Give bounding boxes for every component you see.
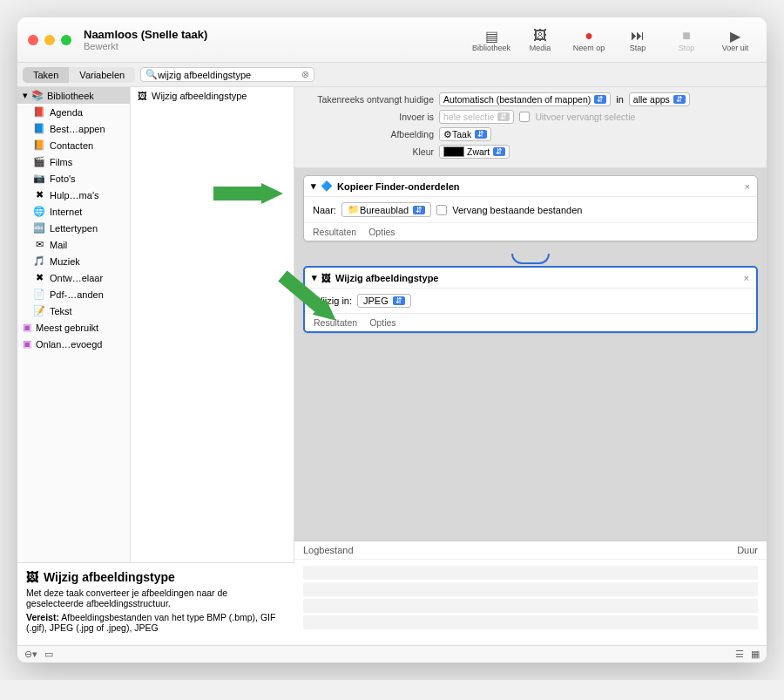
sidebar-item[interactable]: ✖Ontw…elaar: [17, 269, 130, 286]
destination-select[interactable]: 📁 Bureaublad⇵: [341, 202, 431, 217]
automator-window: Naamloos (Snelle taak) Bewerkt ▤Biblioth…: [17, 17, 767, 663]
window-subtitle: Bewerkt: [84, 41, 207, 51]
category-icon: 📷: [33, 173, 45, 184]
action-copy-finder[interactable]: ▾ 🔷 Kopieer Finder-onderdelen × Naar: 📁 …: [303, 175, 758, 241]
search-row: Taken Variabelen 🔍 ⊗: [17, 63, 767, 87]
config-input-select[interactable]: hele selectie⇵: [439, 110, 514, 124]
output-replaces-checkbox[interactable]: [519, 112, 530, 122]
workflow-config: Takenreeks ontvangt huidige Automatisch …: [294, 87, 767, 168]
sidebar-item[interactable]: ✉Mail: [17, 236, 130, 253]
stop-tool-button: ■Stop: [666, 28, 707, 52]
destination-label: Naar:: [313, 205, 336, 215]
config-image-select[interactable]: ⚙ Taak⇵: [439, 127, 491, 141]
sidebar-item[interactable]: 📙Contacten: [17, 137, 130, 153]
action-connector: [303, 254, 758, 266]
maximize-window-button[interactable]: [61, 35, 71, 45]
config-receives-label: Takenreeks ontvangt huidige: [303, 94, 434, 105]
sidebar-item[interactable]: 📄Pdf-…anden: [17, 286, 130, 302]
config-input-label: Invoer is: [303, 112, 434, 122]
sidebar-item[interactable]: 🌐Internet: [17, 203, 130, 220]
sidebar-item[interactable]: 🔤Lettertypen: [17, 220, 130, 236]
config-color-label: Kleur: [303, 146, 434, 157]
sidebar-item[interactable]: 📝Tekst: [17, 302, 130, 319]
sidebar-item[interactable]: 📕Agenda: [17, 104, 130, 120]
segment-tasks[interactable]: Taken: [23, 67, 69, 83]
step-tool-button[interactable]: ⏭Stap: [617, 28, 659, 52]
category-icon: ✖: [33, 189, 45, 200]
results-tab[interactable]: Resultaten: [313, 227, 356, 237]
sidebar-item[interactable]: 🎵Muziek: [17, 253, 130, 269]
category-icon: 🎬: [33, 156, 45, 167]
run-tool-button[interactable]: ▶Voer uit: [714, 28, 756, 52]
library-header[interactable]: ▾ 📚 Bibliotheek: [17, 87, 130, 104]
minimize-window-button[interactable]: [44, 35, 55, 45]
log-pane: Logbestand Duur: [294, 540, 767, 645]
preview-icon: 🖼: [138, 91, 147, 101]
category-icon: 🔤: [33, 222, 45, 234]
gear-menu-icon[interactable]: ⊖▾: [24, 649, 37, 660]
search-box[interactable]: 🔍 ⊗: [140, 67, 314, 82]
workflow-canvas[interactable]: ▾ 🔷 Kopieer Finder-onderdelen × Naar: 📁 …: [294, 168, 767, 540]
disclosure-icon[interactable]: ▾: [312, 272, 317, 283]
traffic-lights: [28, 35, 71, 45]
remove-action-button[interactable]: ×: [744, 273, 749, 283]
options-tab[interactable]: Opties: [369, 317, 395, 328]
category-icon: 🌐: [33, 206, 45, 217]
close-window-button[interactable]: [28, 35, 38, 45]
log-col-duration[interactable]: Duur: [737, 545, 758, 555]
media-tool-button[interactable]: 🖼Media: [519, 28, 561, 52]
format-select[interactable]: JPEG⇵: [357, 294, 411, 308]
library-tool-button[interactable]: ▤Bibliotheek: [470, 28, 512, 52]
search-icon: 🔍: [145, 69, 158, 80]
library-sidebar: ▾ 📚 Bibliotheek 📕Agenda📘Best…appen📙Conta…: [17, 87, 131, 645]
config-apps-select[interactable]: alle apps⇵: [629, 92, 690, 106]
sidebar-item[interactable]: 📷Foto's: [17, 170, 130, 187]
preview-icon: 🖼: [321, 273, 331, 283]
config-receives-select[interactable]: Automatisch (bestanden of mappen)⇵: [439, 92, 611, 106]
sidebar-group[interactable]: ▣Meest gebruikt: [17, 319, 130, 336]
sidebar-item[interactable]: 📘Best…appen: [17, 120, 130, 137]
results-tab[interactable]: Resultaten: [314, 317, 357, 328]
category-icon: 📝: [33, 305, 45, 316]
folder-icon: ▣: [23, 322, 31, 333]
description-body: Met deze taak converteer je afbeeldingen…: [26, 588, 286, 608]
result-item[interactable]: 🖼 Wijzig afbeeldingstype: [131, 87, 294, 105]
action-title: Wijzig afbeeldingstype: [335, 273, 438, 283]
sidebar-item[interactable]: ✖Hulp…ma's: [17, 187, 130, 203]
results-list: 🖼 Wijzig afbeeldingstype: [131, 87, 294, 645]
description-pane: 🖼Wijzig afbeeldingstype Met deze taak co…: [17, 562, 294, 645]
grid-view-icon[interactable]: ▦: [751, 649, 760, 660]
finder-icon: 🔷: [321, 180, 333, 192]
options-tab[interactable]: Opties: [368, 227, 395, 237]
folder-icon: ▣: [23, 338, 31, 350]
record-tool-button[interactable]: ●Neem op: [568, 28, 610, 52]
replace-existing-checkbox[interactable]: [436, 205, 447, 215]
remove-action-button[interactable]: ×: [745, 181, 750, 192]
color-swatch: [443, 146, 464, 157]
log-col-log[interactable]: Logbestand: [303, 545, 737, 555]
workflow-area: Takenreeks ontvangt huidige Automatisch …: [294, 87, 767, 645]
view-icon[interactable]: ▭: [44, 649, 53, 660]
category-icon: 📘: [33, 123, 45, 134]
category-icon: 📕: [33, 106, 45, 118]
segment-variables[interactable]: Variabelen: [69, 67, 135, 83]
preview-icon: 🖼: [26, 570, 38, 584]
status-bar: ⊖▾ ▭ ☰ ▦: [17, 645, 767, 663]
category-icon: 🎵: [33, 255, 45, 267]
log-rows: [294, 560, 767, 635]
clear-search-icon[interactable]: ⊗: [301, 69, 309, 80]
list-view-icon[interactable]: ☰: [735, 649, 744, 660]
titlebar: Naamloos (Snelle taak) Bewerkt ▤Biblioth…: [17, 17, 767, 63]
disclosure-icon[interactable]: ▾: [311, 180, 316, 192]
config-image-label: Afbeelding: [303, 129, 434, 139]
sidebar-group[interactable]: ▣Onlan…evoegd: [17, 336, 130, 352]
sidebar-item[interactable]: 🎬Films: [17, 153, 130, 170]
segment-control: Taken Variabelen: [23, 67, 135, 83]
window-title: Naamloos (Snelle taak): [84, 28, 207, 41]
action-title: Kopieer Finder-onderdelen: [337, 181, 460, 192]
config-color-select[interactable]: Zwart⇵: [439, 145, 510, 159]
category-icon: ✖: [33, 272, 45, 283]
search-input[interactable]: [158, 70, 301, 80]
action-change-image-type[interactable]: ▾ 🖼 Wijzig afbeeldingstype × Wijzig in: …: [303, 266, 758, 333]
stack-icon: 📚: [31, 90, 44, 101]
